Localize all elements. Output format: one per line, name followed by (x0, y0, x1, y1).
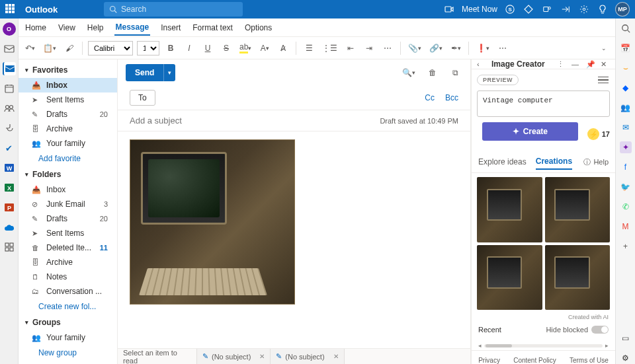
numbering-button[interactable]: ⋮☰ (320, 40, 339, 56)
to-button[interactable]: To (130, 90, 155, 106)
org-avatar[interactable]: O (3, 22, 16, 36)
generated-image-1[interactable] (477, 177, 542, 242)
create-button[interactable]: ✦Create (482, 122, 578, 141)
popout-button[interactable]: ⧉ (448, 65, 462, 81)
close-panel-icon[interactable]: ✕ (601, 60, 610, 69)
link-button[interactable]: 🔗▾ (427, 40, 444, 56)
nav-sent-2[interactable]: ➤Sent Items (19, 226, 117, 240)
outbox-icon[interactable] (560, 3, 572, 15)
outdent-button[interactable]: ⇤ (343, 40, 358, 56)
more-apps-icon[interactable] (3, 240, 16, 254)
clear-format-button[interactable]: A̷ (276, 40, 290, 56)
attach-button[interactable]: 📎▾ (406, 40, 423, 56)
highlight-button[interactable]: ab▾ (237, 40, 253, 56)
zoom-button[interactable]: 🔍▾ (400, 65, 417, 81)
undo-button[interactable]: ↶▾ (22, 40, 37, 56)
status-read[interactable]: Select an item to read (118, 349, 197, 365)
nav-inbox[interactable]: 📥Inbox (19, 78, 117, 92)
amazon-icon[interactable]: ⌣ (620, 62, 632, 74)
privacy-link[interactable]: Privacy (478, 357, 500, 364)
generated-image-4[interactable] (545, 245, 611, 310)
tab-creations[interactable]: Creations (536, 154, 572, 170)
send-button[interactable]: Send (126, 64, 163, 81)
calendar-sidebar-icon[interactable]: 📅 (620, 42, 632, 54)
font-size-select[interactable]: 12 (137, 41, 159, 55)
whatsapp-icon[interactable]: ✆ (620, 201, 632, 213)
italic-button[interactable]: I (182, 40, 196, 56)
section-folders[interactable]: ▾Folders (19, 166, 117, 182)
tab-explore[interactable]: Explore ideas (478, 155, 527, 169)
more-options-button[interactable]: ⋯ (495, 40, 510, 56)
bold-button[interactable]: B (163, 40, 178, 56)
nav-archive-2[interactable]: 🗄Archive (19, 255, 117, 270)
nav-deleted[interactable]: 🗑Deleted Ite...11 (19, 240, 117, 255)
sidebar-settings-icon[interactable]: ⚙ (620, 352, 632, 364)
onedrive-icon[interactable] (3, 221, 16, 234)
skype-icon[interactable]: S (504, 3, 516, 15)
mail-active-icon[interactable] (3, 62, 16, 75)
hide-blocked-toggle[interactable] (591, 326, 609, 334)
video-icon[interactable] (443, 3, 455, 15)
status-tab-1[interactable]: ✎(No subject)✕ (197, 349, 271, 365)
facebook-icon[interactable]: f (620, 161, 632, 173)
recent-scrollbar[interactable] (484, 344, 603, 347)
nav-group-family[interactable]: 👥Your family (19, 330, 117, 345)
files-icon[interactable] (3, 122, 16, 135)
tab-view[interactable]: View (57, 20, 77, 35)
ribbon-collapse-button[interactable]: ⌄ (597, 40, 611, 56)
generated-image-2[interactable] (545, 177, 611, 242)
word-icon[interactable]: W (3, 161, 16, 174)
nav-family[interactable]: 👥Your family (19, 136, 117, 151)
font-color-button[interactable]: A▾ (257, 40, 272, 56)
font-family-select[interactable]: Calibri (88, 41, 133, 55)
nav-drafts[interactable]: ✎Drafts20 (19, 107, 117, 122)
cc-button[interactable]: Cc (425, 93, 435, 102)
section-groups[interactable]: ▾Groups (19, 314, 117, 330)
tab-options[interactable]: Options (243, 20, 273, 35)
nav-inbox-2[interactable]: 📥Inbox (19, 182, 117, 197)
search-box[interactable] (104, 2, 243, 17)
todo-icon[interactable]: ✔ (3, 141, 16, 155)
indent-button[interactable]: ⇥ (362, 40, 376, 56)
tab-home[interactable]: Home (24, 20, 48, 35)
outlook-sidebar-icon[interactable]: ✉ (620, 122, 632, 133)
user-avatar[interactable]: MP (615, 2, 630, 17)
add-app-icon[interactable]: + (620, 240, 632, 252)
message-body[interactable] (118, 131, 470, 348)
scroll-right-icon[interactable]: ▸ (605, 342, 609, 349)
nav-notes[interactable]: 🗒Notes (19, 270, 117, 284)
close-tab-2-icon[interactable]: ✕ (333, 353, 339, 360)
new-group-link[interactable]: New group (19, 345, 117, 361)
teams-sidebar-icon[interactable]: 👥 (620, 102, 632, 114)
discard-button[interactable]: 🗑 (425, 65, 440, 81)
bullets-button[interactable]: ☰ (302, 40, 316, 56)
excel-icon[interactable]: X (3, 181, 16, 194)
nav-archive[interactable]: 🗄Archive (19, 122, 117, 136)
search-sidebar-icon[interactable] (620, 22, 632, 34)
app-launcher-icon[interactable] (5, 4, 16, 15)
pin-icon[interactable]: 📌 (586, 60, 595, 69)
sensitivity-button[interactable]: ❗▾ (474, 40, 491, 56)
settings-icon[interactable] (578, 3, 590, 15)
add-favorite-link[interactable]: Add favorite (19, 151, 117, 166)
strikethrough-button[interactable]: S (219, 40, 233, 56)
nav-junk[interactable]: ⊘Junk Email3 (19, 197, 117, 211)
search-input[interactable] (121, 5, 237, 14)
help-link[interactable]: ⓘHelp (583, 157, 609, 167)
signature-button[interactable]: ✒▾ (448, 40, 463, 56)
panel-menu-icon[interactable] (598, 77, 609, 84)
nav-drafts-2[interactable]: ✎Drafts20 (19, 211, 117, 226)
back-icon[interactable]: ‹ (477, 60, 486, 68)
tab-insert[interactable]: Insert (159, 20, 182, 35)
powerpoint-icon[interactable]: P (3, 201, 16, 214)
status-tab-2[interactable]: ✎(No subject)✕ (271, 349, 344, 365)
tips-icon[interactable] (597, 3, 609, 15)
more-icon[interactable]: ⋮ (557, 60, 566, 69)
calendar-icon[interactable] (3, 82, 16, 95)
underline-button[interactable]: U (200, 40, 215, 56)
to-input[interactable] (162, 90, 415, 106)
tab-message[interactable]: Message (114, 20, 151, 36)
scroll-left-icon[interactable]: ◂ (478, 342, 482, 349)
bcc-button[interactable]: Bcc (445, 93, 458, 102)
people-icon[interactable] (3, 102, 16, 115)
